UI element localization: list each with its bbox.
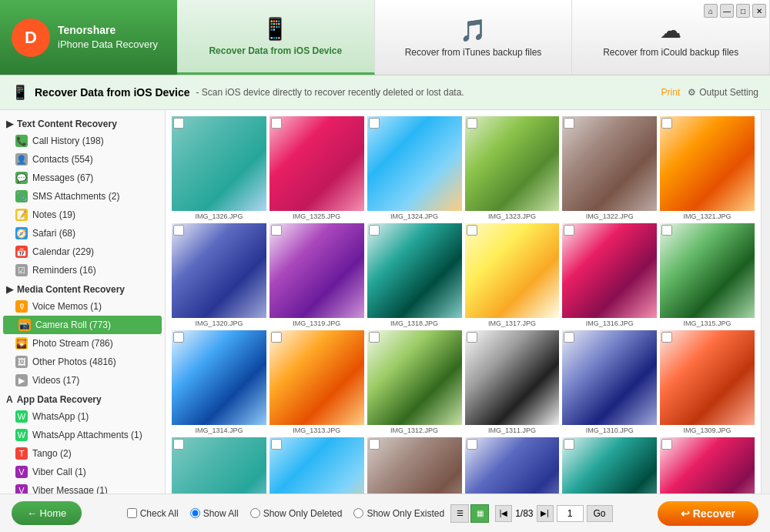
home-win-btn[interactable]: ⌂ (704, 4, 718, 18)
photo-item-13[interactable]: IMG_1313.JPG (270, 330, 364, 434)
photo-checkbox-10[interactable] (564, 225, 574, 236)
sidebar-item-contacts[interactable]: 👤 Contacts (554) (0, 150, 165, 169)
photo-item-20[interactable]: IMG_1306.JPG (367, 437, 462, 494)
photo-item-1[interactable]: IMG_1325.JPG (270, 116, 364, 220)
sidebar-item-camera-roll[interactable]: 📷 Camera Roll (773) (3, 316, 162, 334)
photo-checkbox-23[interactable] (661, 439, 672, 450)
sidebar-item-other-photos[interactable]: 🖼 Other Photos (4816) (0, 353, 165, 371)
close-btn[interactable]: ✕ (752, 4, 766, 18)
photo-checkbox-13[interactable] (271, 332, 282, 343)
photo-thumb-23 (660, 437, 755, 494)
page-info: 1/83 (515, 508, 533, 519)
photo-item-4[interactable]: IMG_1322.JPG (562, 116, 657, 220)
show-all-option[interactable]: Show All (190, 508, 239, 519)
photo-checkbox-17[interactable] (661, 332, 672, 343)
go-button[interactable]: Go (587, 505, 613, 522)
photo-checkbox-2[interactable] (369, 118, 380, 129)
photo-checkbox-19[interactable] (271, 439, 282, 450)
sidebar-item-reminders[interactable]: ☑ Reminders (16) (0, 261, 165, 279)
sidebar-item-whatsapp-attach[interactable]: W WhatsApp Attachments (1) (0, 426, 165, 444)
home-button[interactable]: ← Home (12, 501, 82, 525)
photo-item-14[interactable]: IMG_1312.JPG (367, 330, 462, 434)
photo-item-22[interactable]: IMG_1304.JPG (562, 437, 657, 494)
sidebar-item-tango[interactable]: T Tango (2) (0, 444, 165, 463)
photo-checkbox-21[interactable] (467, 439, 477, 450)
photo-item-17[interactable]: IMG_1309.JPG (660, 330, 755, 434)
sidebar-item-viber-message[interactable]: V Viber Message (1) (0, 481, 165, 494)
photo-item-7[interactable]: IMG_1319.JPG (270, 223, 364, 327)
photo-checkbox-7[interactable] (271, 225, 282, 236)
next-page-btn[interactable]: ▶| (537, 505, 554, 522)
photo-item-12[interactable]: IMG_1314.JPG (172, 330, 266, 434)
sidebar-item-calendar[interactable]: 📅 Calendar (229) (0, 243, 165, 261)
sidebar-item-call-history[interactable]: 📞 Call History (198) (0, 132, 165, 150)
messages-label: Messages (67) (32, 172, 93, 183)
photo-item-15[interactable]: IMG_1311.JPG (465, 330, 560, 434)
scrollbar[interactable] (761, 110, 770, 494)
photo-checkbox-15[interactable] (467, 332, 477, 343)
tab-ios-device[interactable]: 📱 Recover Data from iOS Device (177, 0, 375, 75)
photo-item-5[interactable]: IMG_1321.JPG (660, 116, 755, 220)
sidebar-item-viber-call[interactable]: V Viber Call (1) (0, 463, 165, 481)
app-logo: D Tenorshare iPhone Data Recovery (0, 0, 177, 75)
sidebar-item-voice-memos[interactable]: 🎙 Voice Memos (1) (0, 297, 165, 316)
check-all-option[interactable]: Check All (127, 508, 179, 519)
photo-thumb-16 (562, 330, 657, 425)
photo-checkbox-6[interactable] (173, 225, 184, 236)
viber-msg-icon: V (15, 484, 28, 494)
photo-item-21[interactable]: IMG_1305.JPG (465, 437, 560, 494)
show-existed-option[interactable]: Show Only Existed (353, 508, 444, 519)
photo-checkbox-1[interactable] (271, 118, 282, 129)
show-deleted-option[interactable]: Show Only Deleted (250, 508, 343, 519)
print-link[interactable]: Print (661, 87, 681, 98)
check-all-checkbox[interactable] (127, 508, 137, 518)
photo-item-11[interactable]: IMG_1315.JPG (660, 223, 755, 327)
minimize-btn[interactable]: — (720, 4, 734, 18)
photo-item-0[interactable]: IMG_1326.JPG (172, 116, 266, 220)
photo-checkbox-3[interactable] (467, 118, 477, 129)
photo-checkbox-12[interactable] (173, 332, 184, 343)
photo-checkbox-4[interactable] (564, 118, 574, 129)
sidebar-item-notes[interactable]: 📝 Notes (19) (0, 206, 165, 224)
photo-item-8[interactable]: IMG_1318.JPG (367, 223, 462, 327)
photo-checkbox-22[interactable] (564, 439, 574, 450)
photo-checkbox-0[interactable] (173, 118, 184, 129)
first-page-btn[interactable]: |◀ (495, 505, 512, 522)
sidebar-item-videos[interactable]: ▶ Videos (17) (0, 371, 165, 390)
tab-itunes[interactable]: 🎵 Recover from iTunes backup files (375, 0, 573, 75)
page-input[interactable] (557, 505, 584, 522)
photo-checkbox-16[interactable] (564, 332, 574, 343)
photo-checkbox-5[interactable] (661, 118, 672, 129)
photo-checkbox-8[interactable] (369, 225, 380, 236)
photo-checkbox-18[interactable] (173, 439, 184, 450)
photo-item-10[interactable]: IMG_1316.JPG (562, 223, 657, 327)
sidebar-item-messages[interactable]: 💬 Messages (67) (0, 169, 165, 187)
grid-view-btn[interactable]: ▦ (470, 504, 489, 523)
photo-checkbox-9[interactable] (467, 225, 477, 236)
photo-item-3[interactable]: IMG_1323.JPG (465, 116, 560, 220)
photo-item-9[interactable]: IMG_1317.JPG (465, 223, 560, 327)
photo-label-7: IMG_1319.JPG (270, 320, 364, 327)
photo-item-2[interactable]: IMG_1324.JPG (367, 116, 462, 220)
photo-item-19[interactable]: IMG_1307.JPG (270, 437, 364, 494)
check-all-label: Check All (140, 508, 179, 519)
sidebar-item-photo-stream[interactable]: 🌄 Photo Stream (786) (0, 334, 165, 353)
photo-item-6[interactable]: IMG_1320.JPG (172, 223, 266, 327)
show-deleted-radio[interactable] (250, 508, 260, 518)
restore-btn[interactable]: □ (736, 4, 750, 18)
sidebar-item-whatsapp[interactable]: W WhatsApp (1) (0, 407, 165, 426)
sidebar-item-sms-attachments[interactable]: 📎 SMS Attachments (2) (0, 187, 165, 206)
photo-thumb-4 (562, 116, 657, 211)
output-setting-button[interactable]: ⚙ Output Setting (688, 87, 758, 98)
sidebar-item-safari[interactable]: 🧭 Safari (68) (0, 224, 165, 243)
show-existed-radio[interactable] (353, 508, 363, 518)
show-all-radio[interactable] (190, 508, 200, 518)
photo-checkbox-20[interactable] (369, 439, 380, 450)
photo-checkbox-11[interactable] (661, 225, 672, 236)
photo-item-18[interactable]: IMG_1308.JPG (172, 437, 266, 494)
photo-item-23[interactable]: IMG_1303.JPG (660, 437, 755, 494)
recover-button[interactable]: ↩ Recover (658, 501, 758, 526)
photo-checkbox-14[interactable] (369, 332, 380, 343)
photo-item-16[interactable]: IMG_1310.JPG (562, 330, 657, 434)
list-view-btn[interactable]: ☰ (450, 504, 469, 523)
